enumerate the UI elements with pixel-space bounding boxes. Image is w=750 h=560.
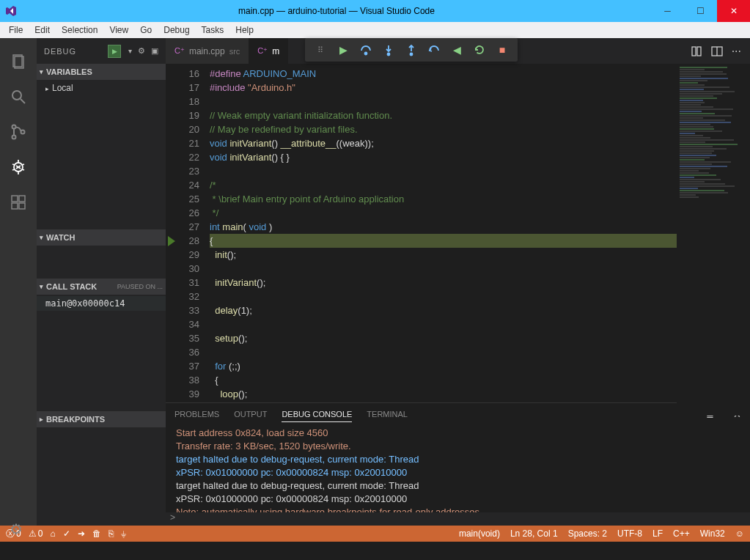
code-body[interactable]: #define ARDUINO_MAIN#include "Arduino.h"… bbox=[210, 64, 750, 402]
menu-view[interactable]: View bbox=[103, 23, 134, 37]
scm-icon[interactable] bbox=[0, 114, 37, 150]
panel-tab-output[interactable]: OUTPUT bbox=[234, 407, 267, 421]
watch-section-header[interactable]: ▾WATCH bbox=[37, 229, 166, 246]
svg-rect-16 bbox=[12, 196, 18, 202]
menu-help[interactable]: Help bbox=[229, 23, 260, 37]
status-eol[interactable]: LF bbox=[652, 528, 663, 539]
code-editor[interactable]: 1617181920212223242526272829303132333435… bbox=[166, 64, 750, 402]
debug-sidebar: DEBUG ▶ ▾ ⚙ ▣ ▾VARIABLES ▸Local ▾WATCH ▾… bbox=[37, 38, 166, 526]
sidebar-title: DEBUG bbox=[44, 47, 108, 56]
editor-area: C⁺ main.cpp src C⁺ m ··· ⠿ ▶ ◀ ■ bbox=[166, 38, 750, 526]
cpp-file-icon: C⁺ bbox=[174, 46, 185, 56]
svg-rect-21 bbox=[697, 47, 701, 56]
menu-debug[interactable]: Debug bbox=[158, 23, 195, 37]
svg-rect-19 bbox=[19, 203, 25, 209]
search-icon[interactable] bbox=[0, 79, 37, 114]
window-titlebar: main.cpp — arduino-tutorial — Visual Stu… bbox=[0, 0, 750, 22]
menu-tasks[interactable]: Tasks bbox=[196, 23, 230, 37]
step-into-button[interactable] bbox=[378, 39, 400, 61]
panel-tab-debug-console[interactable]: DEBUG CONSOLE bbox=[282, 407, 352, 422]
debug-console-input[interactable]: > bbox=[166, 512, 750, 526]
svg-line-12 bbox=[12, 169, 15, 170]
cpp-file-icon: C⁺ bbox=[257, 46, 268, 56]
svg-point-24 bbox=[365, 53, 367, 55]
stack-frame[interactable]: main@0x00000c14 bbox=[37, 296, 166, 311]
status-trash-icon[interactable]: 🗑 bbox=[92, 528, 101, 539]
svg-rect-17 bbox=[19, 196, 25, 202]
breakpoints-section-header[interactable]: ▸BREAKPOINTS bbox=[37, 411, 166, 427]
debug-toolbar[interactable]: ⠿ ▶ ◀ ■ bbox=[305, 38, 518, 62]
status-arrow-icon[interactable]: ➜ bbox=[78, 528, 85, 539]
menu-file[interactable]: File bbox=[3, 23, 29, 37]
window-title: main.cpp — arduino-tutorial — Visual Stu… bbox=[22, 6, 651, 16]
status-warnings[interactable]: ⚠ 0 bbox=[29, 528, 43, 539]
status-clipboard-icon[interactable]: ⎘ bbox=[109, 528, 114, 539]
status-position[interactable]: Ln 28, Col 1 bbox=[510, 528, 558, 539]
step-back-button[interactable] bbox=[423, 39, 445, 61]
svg-point-5 bbox=[12, 136, 16, 139]
step-over-button[interactable] bbox=[355, 39, 377, 61]
line-number-gutter: 1617181920212223242526272829303132333435… bbox=[180, 64, 210, 402]
status-home-icon[interactable]: ⌂ bbox=[50, 528, 55, 539]
split-editor-icon[interactable] bbox=[711, 45, 723, 57]
svg-rect-18 bbox=[12, 203, 18, 209]
debug-console-toggle-icon[interactable]: ▣ bbox=[151, 45, 158, 58]
svg-line-11 bbox=[22, 164, 24, 165]
debug-settings-icon[interactable]: ⚙ bbox=[138, 45, 145, 58]
status-target[interactable]: Win32 bbox=[700, 528, 725, 539]
drag-handle-icon[interactable]: ⠿ bbox=[309, 39, 331, 61]
svg-point-28 bbox=[411, 54, 413, 56]
svg-point-2 bbox=[12, 91, 21, 100]
vs-logo-icon bbox=[0, 0, 22, 22]
explorer-icon[interactable] bbox=[0, 44, 37, 79]
bottom-panel: PROBLEMS OUTPUT DEBUG CONSOLE TERMINAL ≣… bbox=[166, 402, 750, 526]
tab-main-cpp-src[interactable]: C⁺ main.cpp src bbox=[166, 38, 249, 64]
svg-point-26 bbox=[388, 54, 390, 56]
menu-edit[interactable]: Edit bbox=[29, 23, 56, 37]
status-feedback-icon[interactable]: ☺ bbox=[735, 528, 744, 539]
menu-selection[interactable]: Selection bbox=[56, 23, 103, 37]
step-out-button[interactable] bbox=[400, 39, 422, 61]
menubar: File Edit Selection View Go Debug Tasks … bbox=[0, 22, 750, 38]
restart-button[interactable] bbox=[468, 39, 490, 61]
variables-section-header[interactable]: ▾VARIABLES bbox=[37, 64, 166, 80]
svg-point-6 bbox=[21, 130, 25, 134]
extensions-icon[interactable] bbox=[0, 185, 37, 220]
status-spaces[interactable]: Spaces: 2 bbox=[568, 528, 607, 539]
local-scope[interactable]: ▸Local bbox=[37, 81, 166, 95]
debug-console-output[interactable]: Start address 0x824, load size 4560Trans… bbox=[166, 425, 750, 512]
settings-gear-icon[interactable]: ⚙ bbox=[10, 520, 23, 538]
continue-button[interactable]: ▶ bbox=[332, 39, 354, 61]
status-language[interactable]: C++ bbox=[673, 528, 690, 539]
compare-changes-icon[interactable] bbox=[691, 45, 702, 57]
activity-bar bbox=[0, 38, 37, 526]
reverse-button[interactable]: ◀ bbox=[446, 39, 468, 61]
status-check-icon[interactable]: ✓ bbox=[63, 528, 70, 539]
menu-go[interactable]: Go bbox=[134, 23, 158, 37]
stop-button[interactable]: ■ bbox=[491, 39, 513, 61]
panel-tab-problems[interactable]: PROBLEMS bbox=[174, 407, 219, 421]
status-bar: ⓧ 0 ⚠ 0 ⌂ ✓ ➜ 🗑 ⎘ ⏚ main(void) Ln 28, Co… bbox=[0, 526, 750, 542]
fold-gutter[interactable] bbox=[166, 64, 180, 402]
status-encoding[interactable]: UTF-8 bbox=[617, 528, 642, 539]
panel-tab-terminal[interactable]: TERMINAL bbox=[367, 407, 408, 421]
tab-label: main.cpp bbox=[189, 46, 225, 56]
svg-line-13 bbox=[22, 169, 24, 170]
close-button[interactable]: ✕ bbox=[717, 0, 750, 22]
svg-rect-20 bbox=[692, 47, 696, 56]
maximize-button[interactable]: ☐ bbox=[684, 0, 717, 22]
minimize-button[interactable]: ─ bbox=[651, 0, 684, 22]
svg-line-3 bbox=[21, 99, 25, 103]
tab-main-cpp-active[interactable]: C⁺ m bbox=[249, 38, 288, 64]
more-actions-icon[interactable]: ··· bbox=[732, 45, 741, 58]
status-plug-icon[interactable]: ⏚ bbox=[121, 528, 126, 539]
svg-point-4 bbox=[12, 125, 16, 129]
debug-icon[interactable] bbox=[0, 150, 37, 185]
debug-config-dropdown[interactable]: ▾ bbox=[128, 45, 132, 58]
callstack-section-header[interactable]: ▾CALL STACKPAUSED ON ... bbox=[37, 279, 166, 295]
start-debug-button[interactable]: ▶ bbox=[108, 45, 121, 58]
tab-label: m bbox=[272, 46, 279, 56]
tab-dir: src bbox=[229, 47, 240, 56]
status-context[interactable]: main(void) bbox=[459, 528, 500, 539]
svg-line-10 bbox=[12, 164, 15, 165]
